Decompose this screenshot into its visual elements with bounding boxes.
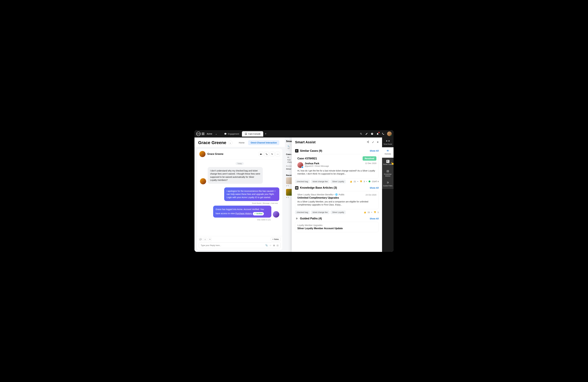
- rail-guided-paths[interactable]: ⚞ Guided Paths: [382, 179, 394, 189]
- edit-icon[interactable]: [365, 132, 368, 135]
- cases-rail-icon: C: [386, 160, 389, 163]
- subtab-omni[interactable]: Omni-Channel Interaction: [248, 140, 279, 145]
- audio-mode-icon[interactable]: ◎: [203, 238, 207, 241]
- right-rail: ✦✦ Smart Assist 👁 Overview C Similar Cas…: [382, 137, 394, 252]
- more-button[interactable]: ⋯: [275, 152, 280, 156]
- kb-breadcrumb: Silver Loyalty Staus Member Benefits • 🌐…: [297, 193, 345, 196]
- kb-visibility: Public: [338, 193, 344, 196]
- case-metrics: 👍21 • 👎3 • CSAT 4: [350, 180, 379, 183]
- system-message-bubble: Grace has logged into Acme. Account Veri…: [213, 206, 271, 218]
- guided-path-card[interactable]: Loyalty Member Upgrades Silver Loyalty M…: [295, 222, 379, 232]
- chat-body[interactable]: Today I don't understand why my checked …: [197, 159, 282, 236]
- kb-date: 23 Oct 2020: [365, 194, 376, 196]
- notifications-icon[interactable]: [376, 132, 379, 135]
- kb-article-title: Unlimited Complimentary Upgrades: [297, 196, 376, 199]
- customer-avatar[interactable]: [200, 178, 206, 184]
- share-icon[interactable]: [367, 141, 369, 144]
- similar-case-card[interactable]: Case #3784921 Resolved Joshua Park @jpar…: [295, 154, 379, 178]
- thumbs-up-icon[interactable]: 👍: [350, 180, 352, 183]
- kb-article-card[interactable]: Silver Loyalty Staus Member Benefits • 🌐…: [295, 191, 379, 209]
- guided-crumb: Loyalty Member Upgrades: [297, 224, 376, 226]
- contact-avatar[interactable]: [199, 151, 206, 157]
- help-icon[interactable]: [371, 132, 374, 135]
- cases-icon: C: [295, 149, 298, 152]
- email-mode-icon[interactable]: ✉: [208, 238, 212, 241]
- case-top-row: Case #3784921 Resolved: [297, 156, 376, 161]
- app-window: ACME Acme ⌄ 💬 Engagement 🎧 Care Console …: [194, 130, 394, 252]
- phone-icon[interactable]: [382, 132, 385, 135]
- close-icon[interactable]: ✕: [377, 141, 379, 144]
- top-bar: ACME Acme ⌄ 💬 Engagement 🎧 Care Console …: [194, 130, 394, 137]
- rail-smart-assist[interactable]: ✦✦ Smart Assist: [382, 137, 394, 147]
- subtab-home[interactable]: Home: [236, 140, 247, 145]
- contact-title: Grace Greene: [198, 140, 226, 145]
- agent-avatar[interactable]: [273, 211, 279, 218]
- verified-badge: ✓ Verified: [253, 212, 264, 215]
- case-tag[interactable]: Silver Loyalty: [331, 180, 346, 183]
- chevron-down-icon: ⌄: [215, 133, 217, 135]
- chat-composer: 💬 ◎ ✉ + Notes 📎 ☺ ▣ ▤: [197, 236, 282, 250]
- globe-icon: 🌐: [335, 193, 338, 196]
- call-button[interactable]: [264, 152, 269, 156]
- thumbs-down-icon[interactable]: 👎: [374, 211, 376, 213]
- thumbs-up-icon[interactable]: 👍: [364, 211, 366, 213]
- notes-label: Notes: [274, 238, 279, 240]
- case-user-avatar[interactable]: [297, 162, 303, 168]
- org-dropdown[interactable]: Acme ⌄: [206, 133, 218, 135]
- refresh-button[interactable]: ↻: [270, 152, 274, 156]
- chat-mode-icon[interactable]: 💬: [199, 238, 202, 241]
- kb-icon: [295, 186, 298, 190]
- page-title: Grace Greene ⌄: [198, 140, 232, 145]
- kb-tag[interactable]: checked bag: [295, 210, 310, 214]
- guided-path-title: Silver Loyalty Member Account Update: [297, 227, 376, 230]
- attach-icon[interactable]: 📎: [265, 244, 268, 247]
- template-icon[interactable]: ▤: [276, 244, 278, 247]
- search-icon[interactable]: [359, 132, 363, 135]
- kb-title-heading: Knowledge Base Articles (3): [300, 186, 337, 189]
- guided-path-icon: ⚞: [295, 217, 298, 220]
- add-tab-button[interactable]: +: [263, 131, 268, 137]
- thumbs-down-icon[interactable]: 👎: [360, 180, 362, 183]
- kb-top-row: Silver Loyalty Staus Member Benefits • 🌐…: [297, 193, 376, 196]
- panel-body[interactable]: C Similar Cases (9) Show All Case #37849…: [292, 146, 382, 252]
- kb-show-all-link[interactable]: Show All: [370, 187, 379, 189]
- notification-badge: [378, 132, 379, 133]
- purchase-history-link[interactable]: Purchase History.: [235, 212, 252, 215]
- similar-show-all-link[interactable]: Show All: [370, 149, 379, 152]
- similar-cases-header: C Similar Cases (9) Show All: [295, 149, 379, 152]
- tab-care-console[interactable]: 🎧 Care Console: [242, 131, 263, 137]
- rail-label: Smart Assist: [384, 143, 392, 145]
- emoji-icon[interactable]: ☺: [269, 244, 272, 247]
- expand-contact-button[interactable]: ⌄: [228, 141, 232, 145]
- apps-grid-icon[interactable]: [202, 133, 204, 135]
- expand-icon[interactable]: ⤢: [372, 141, 374, 144]
- kb-tag[interactable]: ticket change fee: [311, 210, 329, 214]
- rail-label: Knowledge Articles: [383, 173, 393, 177]
- case-tag[interactable]: ticket change fee: [311, 180, 329, 183]
- notes-button[interactable]: + Notes: [271, 237, 280, 241]
- case-tag[interactable]: checked bag: [295, 180, 310, 183]
- tab-engagement[interactable]: 💬 Engagement: [221, 131, 242, 137]
- composer-icons: 💬 ◎ ✉: [199, 238, 212, 241]
- video-button[interactable]: ■▶: [259, 152, 263, 156]
- guided-title: Guided Paths (4): [300, 217, 322, 220]
- kb-tag[interactable]: Silver Loyalty: [331, 210, 346, 214]
- brand-logo[interactable]: ACME: [196, 132, 201, 136]
- tab-label: Care Console: [248, 133, 261, 135]
- article-rail-icon: ▤: [386, 170, 389, 173]
- user-avatar[interactable]: [387, 131, 392, 136]
- verified-check-icon: [301, 166, 303, 168]
- rail-knowledge[interactable]: ▤ Knowledge Articles: [382, 168, 394, 179]
- verified-label: Verified: [256, 212, 262, 215]
- rail-similar-cases[interactable]: C Similar Cases 👆: [382, 158, 394, 168]
- image-icon[interactable]: ▣: [273, 244, 275, 247]
- chat-card: Grace Greene ■▶ ↻ ⋯ Today I don't unders…: [197, 149, 282, 250]
- org-name: Acme: [207, 133, 212, 135]
- rail-overview[interactable]: 👁 Overview: [382, 147, 394, 157]
- reply-input-wrapper: 📎 ☺ ▣ ▤: [199, 242, 280, 248]
- kb-metrics: 👍11 • 👎1: [364, 211, 379, 213]
- down-count: 3: [364, 180, 365, 183]
- case-user-handle: @jpark23 • Direct Message: [305, 165, 363, 167]
- reply-input[interactable]: [201, 244, 265, 247]
- guided-show-all-link[interactable]: Show All: [370, 217, 379, 220]
